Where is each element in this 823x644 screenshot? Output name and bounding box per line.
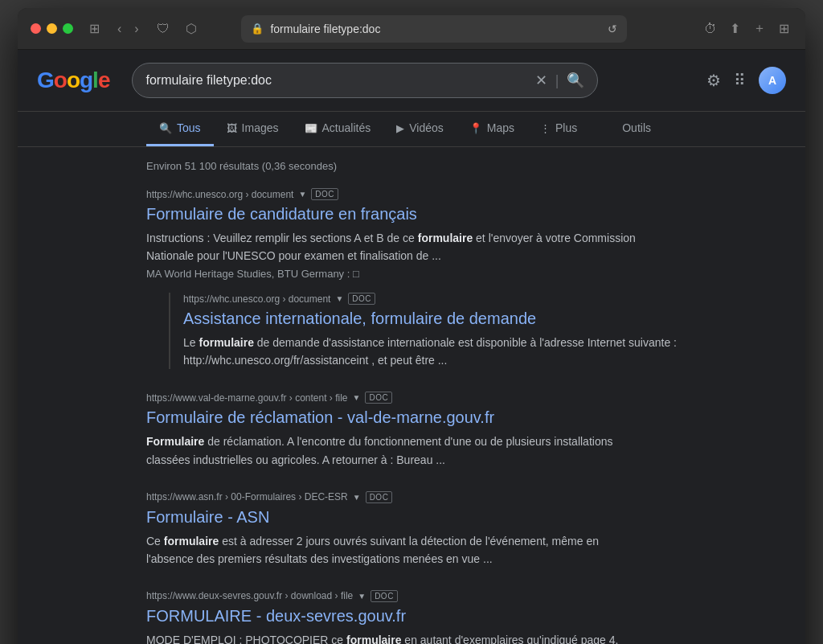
sub-result-url-line: https://whc.unesco.org › document ▼ DOC [183, 293, 677, 305]
tab-tous[interactable]: 🔍 Tous [146, 112, 214, 146]
result-url: https://whc.unesco.org › document [146, 189, 293, 200]
sub-result-url: https://whc.unesco.org › document [183, 293, 330, 305]
result-item: https://www.val-de-marne.gouv.fr › conte… [146, 392, 677, 468]
tab-maps[interactable]: 📍 Maps [457, 112, 527, 146]
tab-outils[interactable]: Outils [609, 112, 664, 146]
logo-letter-o2: o [67, 68, 80, 92]
tab-actualites[interactable]: 📰 Actualités [292, 112, 384, 146]
result-url-line: https://www.asn.fr › 00-Formulaires › DE… [146, 491, 677, 503]
browser-window: ⊞ ‹ › 🛡 ⬡ 🔒 formulaire filetype:doc ↺ ⏱ … [18, 8, 805, 644]
tab-outils-label: Outils [622, 121, 651, 134]
logo-letter-g2: g [80, 68, 92, 92]
address-text: formulaire filetype:doc [270, 23, 601, 35]
logo-letter-o1: o [54, 68, 67, 92]
doc-badge: DOC [365, 392, 392, 404]
result-url: https://www.asn.fr › 00-Formulaires › DE… [146, 491, 348, 502]
title-bar: ⊞ ‹ › 🛡 ⬡ 🔒 formulaire filetype:doc ↺ ⏱ … [18, 8, 805, 50]
result-url-line: https://www.val-de-marne.gouv.fr › conte… [146, 392, 677, 404]
content-area: Google formulaire filetype:doc ✕ | 🔍 ⚙ ⠿… [18, 50, 805, 644]
doc-badge: DOC [311, 188, 338, 200]
forward-button[interactable]: › [129, 18, 143, 39]
nav-tabs: 🔍 Tous 🖼 Images 📰 Actualités ▶ Vidéos 📍 … [18, 112, 805, 147]
result-item: https://whc.unesco.org › document ▼ DOC … [146, 188, 677, 369]
tab-images[interactable]: 🖼 Images [214, 112, 292, 146]
share-icon[interactable]: ⬆ [727, 18, 743, 39]
google-header: Google formulaire filetype:doc ✕ | 🔍 ⚙ ⠿… [18, 50, 805, 112]
dropdown-arrow-icon[interactable]: ▼ [353, 393, 361, 402]
reload-icon[interactable]: ↺ [608, 23, 617, 35]
clock-history-icon[interactable]: ⏱ [701, 18, 720, 39]
results-count: Environ 51 100 résultats (0,36 secondes) [146, 160, 677, 172]
toolbar-right: ⏱ ⬆ ＋ ⊞ [701, 17, 792, 40]
divider: | [555, 72, 559, 89]
result-title[interactable]: Formulaire - ASN [146, 507, 677, 527]
logo-letter-g: G [37, 68, 54, 92]
sidebar-toggle-icon[interactable]: ⊞ [86, 18, 103, 39]
result-snippet: Formulaire de réclamation. A l'encontre … [146, 433, 645, 468]
close-button[interactable] [31, 23, 41, 34]
doc-badge: DOC [371, 590, 398, 602]
result-url-line: https://www.deux-sevres.gouv.fr › downlo… [146, 590, 677, 602]
result-title[interactable]: FORMULAIRE - deux-sevres.gouv.fr [146, 605, 677, 626]
doc-badge: DOC [366, 491, 393, 503]
sub-doc-badge: DOC [348, 293, 375, 305]
result-url: https://www.deux-sevres.gouv.fr › downlo… [146, 590, 353, 601]
search-input[interactable]: formulaire filetype:doc [145, 73, 526, 88]
shield-icon: 🛡 [154, 18, 173, 39]
settings-icon[interactable]: ⚙ [706, 71, 721, 90]
tab-images-label: Images [242, 121, 279, 134]
extension-icon[interactable]: ⬡ [182, 18, 200, 39]
sub-result-title[interactable]: Assistance internationale, formulaire de… [183, 308, 677, 329]
result-snippet: MODE D'EMPLOI : PHOTOCOPIER ce formulair… [146, 631, 645, 644]
dropdown-arrow-icon[interactable]: ▼ [358, 592, 366, 601]
traffic-lights [31, 23, 73, 34]
logo-letter-e: e [98, 68, 110, 92]
header-right: ⚙ ⠿ A [706, 67, 786, 94]
nav-buttons: ‹ › [113, 18, 144, 39]
dropdown-arrow-icon[interactable]: ▼ [298, 190, 306, 199]
result-url: https://www.val-de-marne.gouv.fr › conte… [146, 392, 348, 404]
new-tab-icon[interactable]: ＋ [750, 17, 769, 40]
tab-videos-label: Vidéos [409, 121, 444, 134]
result-url-line: https://whc.unesco.org › document ▼ DOC [146, 188, 677, 200]
sub-result-snippet: Le formulaire de demande d'assistance in… [183, 334, 677, 369]
tous-icon: 🔍 [159, 122, 172, 134]
minimize-button[interactable] [47, 23, 57, 34]
tab-videos[interactable]: ▶ Vidéos [383, 112, 457, 146]
tab-tous-label: Tous [177, 121, 201, 134]
actualites-icon: 📰 [305, 122, 317, 134]
search-icon[interactable]: 🔍 [567, 72, 584, 89]
lock-icon: 🔒 [251, 23, 264, 35]
tab-plus[interactable]: ⋮ Plus [527, 112, 590, 146]
result-title[interactable]: Formulaire de candidature en français [146, 203, 677, 224]
clear-search-icon[interactable]: ✕ [535, 72, 547, 89]
tab-plus-label: Plus [555, 121, 577, 134]
images-icon: 🖼 [227, 122, 237, 134]
back-button[interactable]: ‹ [113, 18, 126, 39]
more-icon: ⋮ [540, 122, 551, 134]
result-meta: MA World Heritage Studies, BTU Germany :… [146, 268, 677, 280]
maps-icon: 📍 [469, 122, 482, 134]
tab-actualites-label: Actualités [322, 121, 371, 134]
avatar[interactable]: A [759, 67, 786, 94]
logo-letter-l: l [92, 68, 98, 92]
grid-icon[interactable]: ⊞ [776, 18, 792, 39]
sub-dropdown-arrow-icon[interactable]: ▼ [335, 294, 343, 303]
dropdown-arrow-icon[interactable]: ▼ [353, 493, 361, 502]
result-snippet: Instructions : Veuillez remplir les sect… [146, 229, 645, 265]
videos-icon: ▶ [396, 122, 404, 134]
result-snippet: Ce formulaire est à adresser 2 jours ouv… [146, 532, 645, 568]
result-title[interactable]: Formulaire de réclamation - val-de-marne… [146, 407, 677, 428]
maximize-button[interactable] [63, 23, 73, 34]
sub-result: https://whc.unesco.org › document ▼ DOC … [169, 293, 677, 369]
tab-maps-label: Maps [487, 121, 514, 134]
results-area: Environ 51 100 résultats (0,36 secondes)… [18, 147, 805, 644]
address-bar[interactable]: 🔒 formulaire filetype:doc ↺ [241, 15, 627, 43]
search-bar[interactable]: formulaire filetype:doc ✕ | 🔍 [132, 63, 598, 98]
google-logo: Google [37, 68, 109, 93]
result-item: https://www.deux-sevres.gouv.fr › downlo… [146, 590, 677, 644]
apps-icon[interactable]: ⠿ [734, 71, 746, 90]
result-item: https://www.asn.fr › 00-Formulaires › DE… [146, 491, 677, 568]
